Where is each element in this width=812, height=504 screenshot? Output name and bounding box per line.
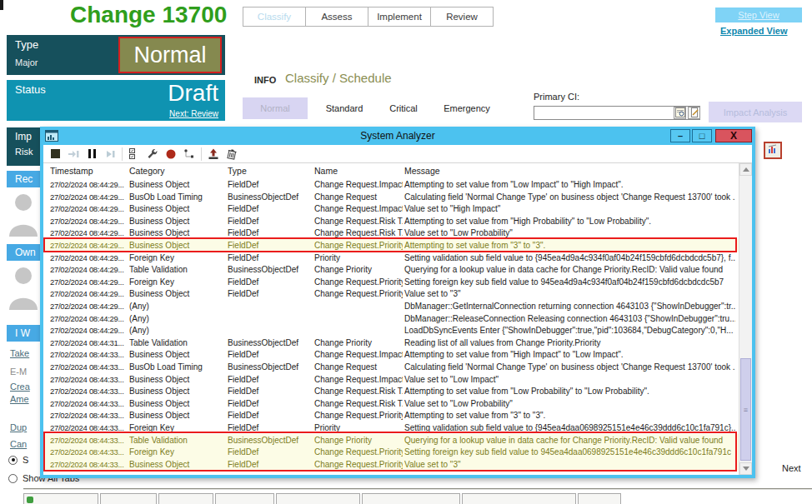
log-row[interactable]: 27/02/2024 08:44:29...BusOb Load TimingB… xyxy=(43,191,739,203)
log-row[interactable]: 27/02/2024 08:44:29...(Any)DbManager::Re… xyxy=(43,312,739,325)
radio-selected-icon[interactable] xyxy=(8,456,18,465)
breakpoint-icon[interactable] xyxy=(183,147,196,161)
radio-unselected-icon[interactable] xyxy=(8,474,18,483)
log-cat: Table Validation xyxy=(129,434,226,447)
sidebar-link-duplicate[interactable]: Dup xyxy=(10,422,27,432)
close-button[interactable]: X xyxy=(715,129,752,142)
impact-analysis-button[interactable]: Impact Analysis xyxy=(709,102,802,122)
bottom-tab[interactable] xyxy=(462,493,576,504)
bottom-tab[interactable] xyxy=(158,493,213,504)
log-row[interactable]: 27/02/2024 08:44:29...Business ObjectFie… xyxy=(43,178,739,191)
log-msg: DbManager::ReleaseConnection Releasing c… xyxy=(404,312,735,325)
next-button[interactable]: Next xyxy=(782,463,801,473)
wrench-icon[interactable] xyxy=(146,147,159,161)
log-msg: Attempting to set value from "High Proba… xyxy=(404,215,735,227)
next-status-link[interactable]: Next: Review xyxy=(169,109,218,118)
scrollbar-thumb[interactable]: ≡ xyxy=(740,358,751,461)
log-row[interactable]: 27/02/2024 08:44:29...Foreign KeyFieldDe… xyxy=(43,252,739,264)
log-row[interactable]: 27/02/2024 08:44:33...BusOb Load TimingB… xyxy=(43,361,739,373)
log-type: BusinessObjectDef xyxy=(228,434,313,447)
log-table-body: 27/02/2024 08:44:29...Business ObjectFie… xyxy=(43,178,739,475)
tab-classify[interactable]: Classify xyxy=(243,7,306,27)
maximize-button[interactable]: □ xyxy=(692,129,712,142)
log-row[interactable]: 27/02/2024 08:44:29...(Any)LoadDbSyncEve… xyxy=(43,324,739,337)
pause-icon[interactable] xyxy=(85,147,98,161)
log-name: Change Request.Priority xyxy=(314,239,403,252)
log-row[interactable]: 27/02/2024 08:44:29...Business ObjectFie… xyxy=(43,227,739,239)
log-row[interactable]: 27/02/2024 08:44:29...Business ObjectFie… xyxy=(43,239,739,252)
ci-new-record-button[interactable] xyxy=(688,107,700,119)
log-row[interactable]: 27/02/2024 08:44:29...Business ObjectFie… xyxy=(43,202,739,215)
continue-icon[interactable] xyxy=(67,147,80,161)
log-cat: Business Object xyxy=(129,373,226,386)
log-msg: Value set to "3" xyxy=(404,458,735,471)
sidebar-link-create[interactable]: Crea xyxy=(10,382,30,392)
ci-lookup-button[interactable] xyxy=(674,107,686,119)
log-row[interactable]: 27/02/2024 08:44:33...Foreign KeyFieldDe… xyxy=(43,422,739,434)
log-cat: BusOb Load Timing xyxy=(129,191,226,203)
log-cat: Business Object xyxy=(129,397,226,410)
bottom-tab[interactable] xyxy=(362,493,460,504)
script-check-icon[interactable] xyxy=(128,147,141,161)
log-cat: BusOb Load Timing xyxy=(129,361,226,373)
change-type-emergency-button[interactable]: Emergency xyxy=(434,97,500,119)
tab-review[interactable]: Review xyxy=(430,7,494,27)
log-name: Change Priority xyxy=(314,263,403,276)
sidebar-link-cancel[interactable]: Can xyxy=(10,439,27,449)
log-row[interactable]: 27/02/2024 08:44:29...Business ObjectFie… xyxy=(43,215,739,227)
log-row[interactable]: 27/02/2024 08:44:33...Business ObjectFie… xyxy=(43,397,739,410)
log-name: Change Request.Priority xyxy=(314,409,403,422)
log-row[interactable]: 27/02/2024 08:44:29...Foreign KeyFieldDe… xyxy=(43,276,739,288)
type-label: Type xyxy=(15,38,38,51)
bottom-tab[interactable] xyxy=(215,493,274,504)
log-msg: Setting foreign key sub field value to 9… xyxy=(404,276,735,288)
vertical-scrollbar[interactable]: ≡ xyxy=(739,163,752,475)
window-client-area: TimestampCategoryTypeNameMessage 27/02/2… xyxy=(43,145,752,475)
log-cat: (Any) xyxy=(129,300,226,312)
log-row[interactable]: 27/02/2024 08:44:33...Business ObjectFie… xyxy=(43,373,739,386)
log-type: FieldDef xyxy=(228,385,313,397)
bottom-tab[interactable] xyxy=(276,493,360,504)
log-name: Change Request xyxy=(314,361,403,373)
stop-icon[interactable] xyxy=(48,147,62,161)
log-row[interactable]: 27/02/2024 08:44:29...(Any)DbManager::Ge… xyxy=(43,300,739,312)
scroll-up-icon[interactable] xyxy=(739,163,752,176)
log-row[interactable]: 27/02/2024 08:44:33...Business ObjectFie… xyxy=(43,409,739,422)
change-type-standard-button[interactable]: Standard xyxy=(314,97,374,119)
record-icon[interactable] xyxy=(164,147,178,161)
export-icon[interactable] xyxy=(207,147,220,161)
log-row[interactable]: 27/02/2024 08:44:33...Table ValidationBu… xyxy=(43,434,739,447)
minimize-button[interactable]: – xyxy=(670,129,690,142)
sidebar-link-amend[interactable]: Ame xyxy=(10,394,29,404)
expanded-view-link[interactable]: Expanded View xyxy=(720,26,788,36)
system-analyzer-launcher-button[interactable] xyxy=(764,142,782,159)
bottom-tab[interactable] xyxy=(23,493,98,504)
change-type-normal-button[interactable]: Normal xyxy=(243,97,308,119)
bottom-tab[interactable] xyxy=(578,493,621,504)
log-row[interactable]: 27/02/2024 08:44:29...Table ValidationBu… xyxy=(43,263,739,276)
change-type-critical-button[interactable]: Critical xyxy=(378,97,429,119)
radio-option-1[interactable]: S xyxy=(8,455,28,465)
mini-chart-icon xyxy=(767,143,779,158)
log-row[interactable]: 27/02/2024 08:44:33...Business ObjectFie… xyxy=(43,458,739,471)
log-row[interactable]: 27/02/2024 08:44:29...Business ObjectFie… xyxy=(43,287,739,300)
clear-trash-icon[interactable] xyxy=(225,147,238,161)
tab-assess[interactable]: Assess xyxy=(305,7,368,27)
log-cat: Foreign Key xyxy=(129,422,226,434)
window-titlebar[interactable]: System Analyzer – □ X xyxy=(40,127,755,145)
tab-implement[interactable]: Implement xyxy=(368,7,431,27)
log-msg: Reading list of all values from Change P… xyxy=(404,337,735,349)
log-row[interactable]: 27/02/2024 08:44:33...Business ObjectFie… xyxy=(43,385,739,397)
step-icon[interactable] xyxy=(103,147,117,161)
log-name: Change Request.Risk T... xyxy=(314,215,403,227)
log-row[interactable]: 27/02/2024 08:44:31...Table ValidationBu… xyxy=(43,337,739,349)
sidebar-link-e-mail[interactable]: E-M xyxy=(10,367,27,377)
step-view-button[interactable]: Step View xyxy=(715,7,802,22)
log-row[interactable]: 27/02/2024 08:44:33...Foreign KeyFieldDe… xyxy=(43,446,739,458)
log-row[interactable]: 27/02/2024 08:44:33...Business ObjectFie… xyxy=(43,348,739,361)
sidebar-link-take-ownership[interactable]: Take xyxy=(10,348,29,358)
bottom-tab[interactable] xyxy=(100,493,157,504)
log-ts: 27/02/2024 08:44:33... xyxy=(50,458,128,471)
scroll-down-icon[interactable] xyxy=(739,462,752,475)
radio-option-1-label: S xyxy=(23,455,28,465)
